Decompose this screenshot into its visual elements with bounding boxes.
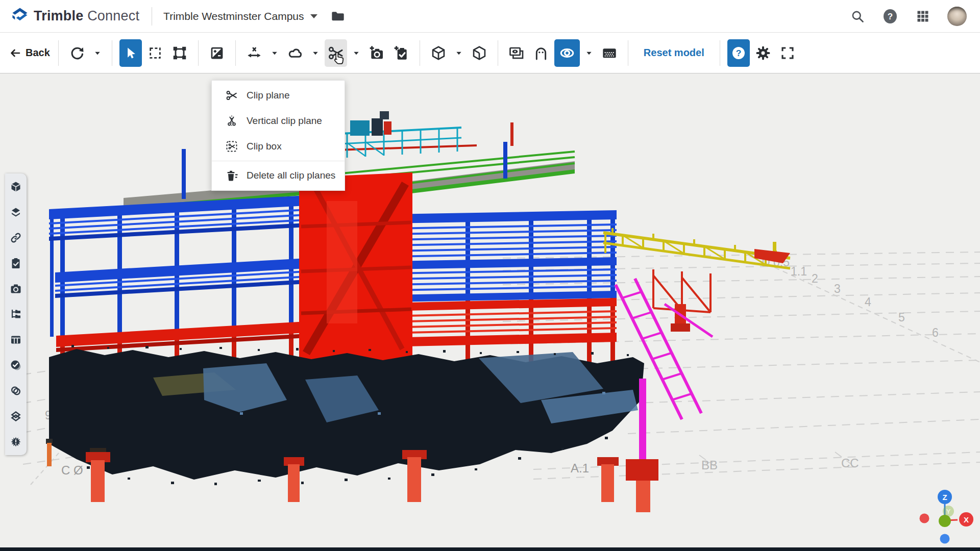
svg-text:2: 2 — [812, 272, 818, 285]
swirl-rings-icon[interactable] — [10, 385, 22, 397]
clip-dropdown-button[interactable] — [349, 39, 363, 67]
contrast-button[interactable] — [206, 39, 228, 67]
todo-checklist-icon[interactable] — [10, 257, 22, 269]
models-cube-icon[interactable] — [10, 181, 22, 193]
marquee-select-button[interactable] — [144, 39, 166, 67]
menu-item-delete-all-clip-planes[interactable]: Delete all clip planes — [212, 163, 345, 188]
views-camera-icon[interactable] — [10, 283, 22, 295]
brand-bold: Trimble — [34, 8, 83, 23]
menu-item-clip-plane[interactable]: Clip plane — [212, 83, 345, 108]
viewer-toolbar: Back — [0, 33, 980, 73]
fullscreen-button[interactable] — [776, 39, 799, 67]
organizer-tree-icon[interactable] — [10, 308, 22, 320]
help-button[interactable]: ? — [727, 39, 750, 67]
brand: Trimble Connect — [0, 7, 139, 26]
model-viewport[interactable]: D 0.5 1.1 2 3 4 5 6 9 C Ø A.1 A AA BB CC — [0, 73, 980, 551]
folder-icon[interactable] — [331, 10, 345, 23]
settings-gear-icon — [755, 45, 771, 61]
back-arrow-icon — [9, 47, 21, 59]
clash-burst-icon[interactable] — [10, 436, 22, 448]
project-name: Trimble Westminster Campus — [163, 10, 304, 22]
settings-button[interactable] — [752, 39, 774, 67]
rect-select-button[interactable] — [168, 39, 191, 67]
menu-item-vertical-clip-plane[interactable]: Vertical clip plane — [212, 108, 345, 134]
visibility-dropdown-button[interactable] — [582, 39, 596, 67]
menu-item-label: Clip plane — [247, 90, 290, 101]
help-icon: ? — [730, 45, 747, 61]
back-button[interactable]: Back — [9, 47, 50, 59]
orbit-tool-button[interactable] — [66, 39, 88, 67]
chevron-down-icon — [310, 14, 317, 18]
measure-tool-button[interactable] — [243, 39, 265, 67]
apps-grid-icon[interactable] — [916, 9, 930, 23]
drawing-overlay-button[interactable] — [505, 39, 528, 67]
toolbar-divider — [420, 40, 420, 66]
markup-dropdown-button[interactable] — [308, 39, 323, 67]
toolbar-divider — [235, 40, 236, 66]
measure-dropdown-button[interactable] — [267, 39, 282, 67]
select-arrow-button[interactable] — [119, 39, 142, 67]
keypad-button[interactable] — [598, 39, 621, 67]
ghost-mode-icon — [533, 45, 549, 61]
search-icon[interactable] — [850, 9, 865, 23]
clip-box-icon — [225, 140, 238, 153]
toolbar-divider — [198, 40, 199, 66]
back-label: Back — [26, 47, 50, 59]
user-avatar[interactable] — [947, 7, 967, 26]
help-icon[interactable]: ? — [882, 8, 898, 24]
yellow-gantry — [603, 228, 790, 268]
layers-icon[interactable] — [10, 206, 22, 218]
axis-gizmo[interactable]: Y Z X — [920, 490, 974, 544]
model-red-core — [299, 172, 412, 365]
visibility-eye-icon — [559, 45, 575, 61]
point-cloud — [49, 345, 644, 485]
markup-tool-button[interactable] — [284, 39, 306, 67]
app-header: Trimble Connect Trimble Westminster Camp… — [0, 0, 980, 33]
svg-text:5: 5 — [898, 311, 905, 324]
svg-text:BB: BB — [701, 458, 718, 472]
svg-text:?: ? — [736, 48, 741, 58]
snapshot-camera-icon — [369, 45, 385, 61]
chevron-down-icon — [93, 49, 102, 57]
orbit-icon — [69, 45, 85, 61]
links-icon[interactable] — [10, 232, 22, 244]
bottom-edge-strip — [0, 547, 980, 551]
gizmo-center — [939, 515, 951, 527]
svg-text:?: ? — [888, 12, 893, 21]
toolbar-divider — [112, 40, 112, 66]
menu-item-clip-box[interactable]: Clip box — [212, 134, 345, 159]
chevron-down-icon — [311, 49, 320, 57]
brand-text: Trimble Connect — [34, 8, 139, 24]
svg-text:4: 4 — [865, 295, 871, 309]
marquee-select-icon — [148, 45, 163, 61]
svg-text:1.1: 1.1 — [791, 265, 807, 278]
snapshot-button[interactable] — [365, 39, 388, 67]
ghost-mode-button[interactable] — [530, 39, 552, 67]
delete-clip-planes-icon — [225, 169, 238, 182]
menu-item-label: Clip box — [247, 141, 282, 152]
project-selector[interactable]: Trimble Westminster Campus — [163, 10, 317, 22]
add-todo-button[interactable] — [390, 39, 412, 67]
gizmo-negative-x — [920, 514, 929, 523]
trimble-logo-icon — [11, 7, 29, 26]
view-cube-button[interactable] — [427, 39, 450, 67]
toolbar-divider — [720, 40, 720, 66]
clip-dropdown-menu: Clip plane Vertical clip plane Clip box … — [211, 80, 345, 191]
assemblies-stack-icon[interactable] — [10, 410, 22, 422]
orbit-dropdown-button[interactable] — [90, 39, 105, 67]
svg-text:C Ø: C Ø — [61, 463, 83, 477]
status-check-icon[interactable] — [10, 359, 22, 371]
svg-text:Z: Z — [942, 493, 947, 502]
clip-plane-icon — [225, 89, 238, 102]
model-3d-scene: D 0.5 1.1 2 3 4 5 6 9 C Ø A.1 A AA BB CC — [0, 73, 980, 551]
view-cube-dropdown-button[interactable] — [452, 39, 466, 67]
clip-tool-button[interactable] — [325, 39, 347, 67]
visibility-eye-button[interactable] — [554, 39, 580, 67]
reset-model-button[interactable]: Reset model — [644, 47, 704, 59]
gizmo-negative-z — [940, 534, 950, 544]
svg-text:Y: Y — [946, 508, 951, 515]
section-cube-button[interactable] — [468, 39, 491, 67]
table-columns-icon[interactable] — [10, 334, 22, 346]
menu-item-label: Vertical clip plane — [247, 115, 322, 127]
chevron-down-icon — [585, 49, 593, 57]
